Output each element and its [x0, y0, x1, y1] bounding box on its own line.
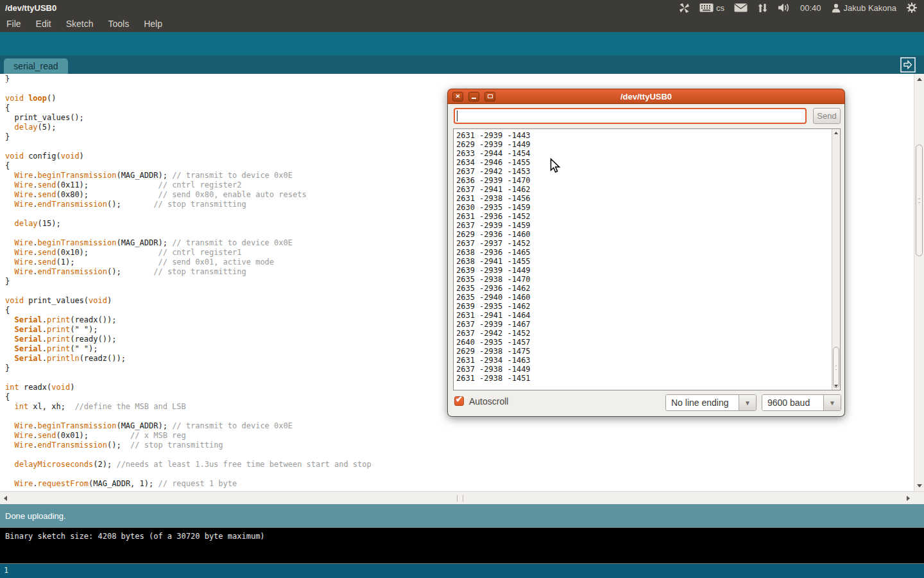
- serial-line: 2637 -2941 -1462: [456, 185, 840, 194]
- menu-tools[interactable]: Tools: [108, 19, 130, 29]
- serial-line: 2638 -2936 -1465: [456, 248, 840, 257]
- serial-line: 2635 -2936 -1462: [456, 284, 840, 293]
- serial-line: 2630 -2935 -1459: [456, 203, 840, 212]
- baud-value: 9600 baud: [762, 395, 823, 410]
- scroll-up-icon[interactable]: [834, 132, 838, 134]
- serial-monitor-window: ✕ /dev/ttyUSB0 Send 2631 -2939 -14432629…: [447, 89, 845, 417]
- serial-line: 2634 -2946 -1455: [456, 158, 840, 167]
- editor-vertical-scrollbar[interactable]: [914, 74, 924, 491]
- scroll-down-icon[interactable]: [834, 385, 838, 387]
- editor-horizontal-scrollbar[interactable]: [0, 491, 924, 504]
- serial-line: 2631 -2934 -1463: [456, 356, 840, 365]
- tab-label: serial_read: [13, 61, 58, 71]
- desktop: /dev/ttyUSB0 cs 00:40 Jakub Kakona: [0, 0, 924, 578]
- keyboard-layout-code: cs: [716, 3, 724, 13]
- serial-line: 2637 -2939 -1459: [456, 221, 840, 230]
- serial-line: 2639 -2935 -1462: [456, 302, 840, 311]
- window-controls: ✕: [448, 92, 495, 101]
- serial-line: 2631 -2939 -1443: [456, 131, 840, 140]
- thumb-grip: [835, 365, 837, 370]
- keyboard-layout-indicator[interactable]: cs: [699, 3, 724, 13]
- serial-line: 2640 -2935 -1457: [456, 338, 840, 347]
- top-panel: /dev/ttyUSB0 cs 00:40 Jakub Kakona: [0, 0, 924, 15]
- serial-monitor-title: /dev/ttyUSB0: [448, 92, 844, 101]
- serial-line: 2637 -2938 -1449: [456, 365, 840, 374]
- chevron-down-icon[interactable]: ▼: [739, 395, 756, 410]
- user-menu[interactable]: Jakub Kakona: [831, 3, 896, 13]
- hthumb-grip[interactable]: [457, 495, 463, 502]
- serial-line: 2637 -2939 -1467: [456, 320, 840, 329]
- serial-line: 2638 -2941 -1455: [456, 257, 840, 266]
- thumb-grip: [918, 198, 920, 203]
- send-button[interactable]: Send: [813, 108, 841, 124]
- new-tab-icon: [900, 57, 916, 73]
- clock[interactable]: 00:40: [800, 3, 821, 13]
- line-number-bar: 1: [0, 564, 924, 578]
- autoscroll-label: Autoscroll: [469, 396, 508, 407]
- scrollbar-thumb[interactable]: [916, 144, 923, 256]
- menu-bar: FileEditSketchToolsHelp: [0, 15, 924, 32]
- volume-icon[interactable]: [778, 3, 791, 13]
- minimize-button[interactable]: [468, 92, 479, 101]
- new-tab-button[interactable]: [900, 57, 916, 73]
- ide-toolbar: [0, 32, 924, 55]
- tab-serial-read[interactable]: serial_read: [4, 58, 68, 74]
- system-tray: cs 00:40 Jakub Kakona: [679, 2, 924, 13]
- serial-monitor-titlebar[interactable]: ✕ /dev/ttyUSB0: [447, 89, 845, 104]
- serial-line: 2636 -2939 -1470: [456, 176, 840, 185]
- tab-bar: serial_read: [0, 55, 924, 74]
- line-ending-select[interactable]: No line ending ▼: [665, 394, 757, 411]
- serial-line: 2631 -2936 -1452: [456, 212, 840, 221]
- baud-select[interactable]: 9600 baud ▼: [762, 394, 841, 411]
- line-ending-value: No line ending: [666, 395, 739, 410]
- menu-edit[interactable]: Edit: [36, 19, 51, 29]
- scroll-left-icon[interactable]: [4, 496, 7, 501]
- scroll-right-icon[interactable]: [907, 496, 910, 501]
- user-icon: [831, 3, 841, 13]
- serial-line: 2637 -2937 -1452: [456, 239, 840, 248]
- menu-file[interactable]: File: [6, 19, 21, 29]
- maximize-button[interactable]: [484, 92, 495, 101]
- serial-line: 2631 -2938 -1456: [456, 194, 840, 203]
- scrollbar-thumb[interactable]: [833, 347, 839, 388]
- serial-line: 2631 -2941 -1464: [456, 311, 840, 320]
- chevron-down-icon[interactable]: ▼: [823, 395, 841, 410]
- text-caret: [457, 110, 458, 121]
- serial-line: 2637 -2942 -1452: [456, 329, 840, 338]
- serial-scrollbar[interactable]: [832, 129, 840, 390]
- serial-monitor-body: Send 2631 -2939 -14432629 -2939 -1449263…: [447, 104, 845, 417]
- serial-line: 2629 -2938 -1475: [456, 347, 840, 356]
- console-output: Binary sketch size: 4208 bytes (of a 307…: [0, 527, 924, 564]
- serial-line: 2629 -2936 -1460: [456, 230, 840, 239]
- serial-line: 2639 -2939 -1449: [456, 266, 840, 275]
- status-bar: Done uploading.: [0, 504, 924, 527]
- mail-indicator-icon[interactable]: [734, 3, 748, 12]
- serial-monitor-controls: Autoscroll No line ending ▼ 9600 baud ▼: [448, 394, 844, 412]
- serial-output[interactable]: 2631 -2939 -14432629 -2939 -14492633 -29…: [453, 128, 841, 390]
- serial-line: 2629 -2939 -1449: [456, 140, 840, 149]
- serial-line: 2631 -2938 -1451: [456, 374, 840, 383]
- keyboard-icon: [699, 3, 714, 12]
- session-menu-icon[interactable]: [906, 2, 918, 13]
- network-sync-icon[interactable]: [757, 3, 768, 13]
- menu-help[interactable]: Help: [144, 19, 162, 29]
- broadcast-indicator-icon[interactable]: [679, 3, 690, 13]
- username: Jakub Kakona: [844, 3, 896, 13]
- serial-line: 2637 -2942 -1453: [456, 167, 840, 176]
- serial-line: 2633 -2944 -1454: [456, 149, 840, 158]
- close-button[interactable]: ✕: [452, 92, 463, 101]
- serial-line: 2635 -2940 -1460: [456, 293, 840, 302]
- status-text: Done uploading.: [5, 511, 66, 521]
- mouse-cursor: [550, 158, 561, 174]
- scroll-down-icon[interactable]: [917, 484, 922, 487]
- menu-sketch[interactable]: Sketch: [66, 19, 94, 29]
- current-line-number: 1: [4, 566, 8, 575]
- scroll-up-icon[interactable]: [917, 78, 922, 81]
- console-text: Binary sketch size: 4208 bytes (of a 307…: [5, 532, 265, 541]
- serial-line: 2635 -2938 -1470: [456, 275, 840, 284]
- active-window-title: /dev/ttyUSB0: [0, 3, 56, 13]
- autoscroll-checkbox[interactable]: [454, 396, 464, 406]
- serial-input[interactable]: [454, 108, 807, 124]
